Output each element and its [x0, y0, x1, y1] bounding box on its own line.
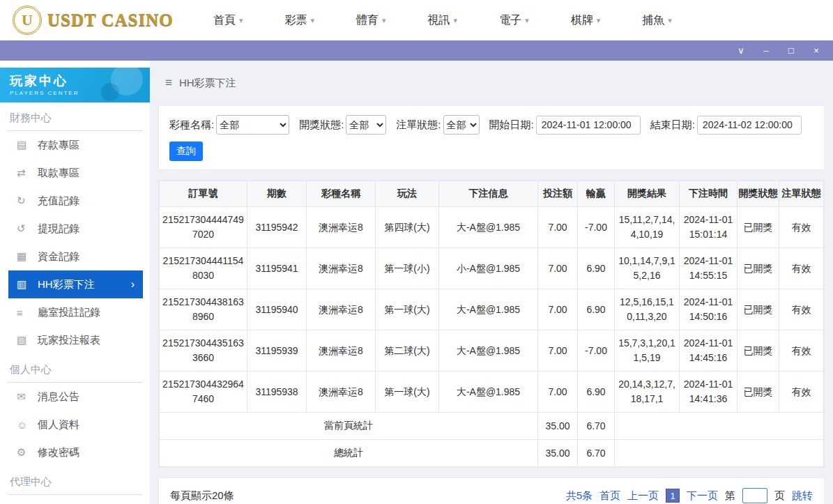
cell-play: 第一球(大) — [376, 372, 439, 413]
column-header-bet_info: 下注信息 — [439, 181, 538, 207]
recharge-record-icon: ↻ — [17, 194, 38, 207]
cell-time: 2024-11-01 14:55:15 — [680, 248, 738, 289]
nav-item-home[interactable]: 首頁▾ — [213, 13, 243, 28]
order-status-select[interactable]: 全部 — [443, 115, 480, 135]
grand-total-amount: 35.00 — [538, 440, 578, 467]
sidebar-item-label: 取款專區 — [38, 167, 79, 180]
draw-status-select[interactable]: 全部 — [346, 115, 386, 135]
current-page[interactable]: 1 — [666, 489, 680, 503]
nav-item-video[interactable]: 視訊▾ — [428, 13, 458, 28]
chevron-down-icon: ▾ — [525, 16, 529, 25]
prev-page-link[interactable]: 上一页 — [627, 489, 659, 503]
sidebar-item-label: 資金記錄 — [38, 250, 79, 264]
sidebar-section-personal-center: 個人中心 — [7, 354, 143, 383]
chevron-down-icon: ▾ — [311, 16, 315, 25]
sidebar-item-profile[interactable]: ☺個人資料 — [0, 411, 150, 438]
jump-link[interactable]: 跳转 — [792, 489, 813, 503]
page-total-label: 當前頁統計 — [160, 413, 538, 440]
cell-order_no: 2152173044447497020 — [160, 207, 247, 248]
cell-play: 第二球(大) — [376, 330, 439, 372]
bet-table-body: 215217304444749702031195942澳洲幸运8第四球(大)大-… — [160, 207, 824, 413]
column-header-order_status: 注單狀態 — [779, 181, 824, 207]
cell-order_no: 2152173044329647460 — [160, 372, 247, 413]
table-row: 215217304441154803031195941澳洲幸运8第一球(小)小-… — [160, 248, 824, 289]
cell-bet_info: 大-A盤@1.985 — [439, 330, 538, 372]
menu-toggle-icon[interactable]: ≡ — [165, 76, 172, 90]
nav-item-board-games[interactable]: 棋牌▾ — [571, 13, 601, 28]
cell-play: 第一球(大) — [376, 289, 439, 330]
start-date-input[interactable] — [536, 116, 641, 135]
nav-item-label: 首頁 — [213, 13, 236, 28]
window-title-bar: ∨ – □ × — [0, 40, 833, 61]
nav-item-lottery[interactable]: 彩票▾ — [285, 13, 315, 28]
search-button[interactable]: 查詢 — [169, 142, 203, 161]
order-status-label: 注單狀態: — [396, 119, 441, 132]
cell-order_status: 有效 — [779, 248, 824, 289]
cell-time: 2024-11-01 14:45:16 — [680, 330, 738, 372]
withdraw-icon: ⇄ — [17, 167, 38, 179]
cell-lottery: 澳洲幸运8 — [307, 372, 376, 413]
page-jump-input[interactable] — [742, 488, 767, 503]
cell-amount: 7.00 — [538, 330, 578, 372]
sidebar-item-room-bet-record[interactable]: ≡廳室投註記錄 — [0, 298, 150, 326]
first-page-link[interactable]: 首页 — [599, 489, 620, 503]
chevron-down-icon: ▾ — [597, 16, 601, 25]
per-page-label: 每頁顯示20條 — [170, 489, 234, 503]
cell-draw_status: 已開獎 — [738, 289, 779, 330]
nav-item-fishing[interactable]: 捕魚▾ — [642, 13, 672, 28]
cell-draw_status: 已開獎 — [738, 207, 779, 248]
pager: 共5条 首页 上一页 1 下一页 第 页 跳转 — [566, 488, 813, 503]
maximize-icon[interactable]: □ — [786, 46, 797, 55]
bet-table: 訂單號期數彩種名稱玩法下注信息投注額輸贏開獎結果下注時間開獎狀態注單狀態 215… — [159, 181, 824, 467]
sidebar-item-withdraw-zone[interactable]: ⇄取款專區 — [0, 159, 150, 187]
chevron-down-icon: ▾ — [668, 16, 672, 25]
table-row: 215217304438163896031195940澳洲幸运8第一球(大)大-… — [160, 289, 824, 330]
cell-period: 31195938 — [247, 372, 307, 413]
page-suffix-label: 页 — [774, 489, 785, 503]
logo-letter: U — [22, 11, 33, 29]
column-header-lottery: 彩種名稱 — [307, 181, 376, 207]
sidebar-item-deposit-zone[interactable]: ▤存款專區 — [0, 131, 150, 159]
next-page-link[interactable]: 下一页 — [687, 489, 718, 503]
page-total-amount: 35.00 — [538, 413, 578, 440]
lottery-name-select[interactable]: 全部 — [216, 115, 289, 135]
cell-lottery: 澳洲幸运8 — [307, 289, 376, 330]
table-row: 215217304435163366031195939澳洲幸运8第二球(大)大-… — [160, 330, 824, 372]
collapse-icon[interactable]: ∨ — [735, 46, 747, 55]
sidebar-item-funds-record[interactable]: ▦資金記錄 — [0, 243, 150, 270]
page-total-empty — [615, 413, 824, 440]
cell-lottery: 澳洲幸运8 — [307, 207, 376, 248]
cell-order_status: 有效 — [779, 289, 824, 330]
cell-play: 第一球(小) — [376, 248, 439, 289]
cell-play: 第四球(大) — [376, 207, 439, 248]
sidebar-item-change-password[interactable]: ⚙修改密碼 — [0, 438, 150, 466]
sidebar-item-label: 廳室投註記錄 — [38, 306, 100, 319]
sidebar-item-withdrawal-record[interactable]: ↺提現記錄 — [0, 215, 150, 243]
end-date-input[interactable] — [697, 116, 802, 135]
sidebar-item-player-bet-report[interactable]: ▧玩家投注報表 — [0, 326, 150, 354]
cell-win: -7.00 — [578, 207, 615, 248]
column-header-draw_status: 開獎狀態 — [738, 181, 779, 207]
sidebar-item-label: 存款專區 — [38, 139, 79, 152]
column-header-order_no: 訂單號 — [160, 181, 247, 207]
sidebar-item-recharge-record[interactable]: ↻充值記錄 — [0, 187, 150, 215]
column-header-result: 開獎結果 — [615, 181, 680, 207]
nav-item-electronic[interactable]: 電子▾ — [499, 13, 529, 28]
cell-win: -7.00 — [578, 330, 615, 372]
sidebar-item-announcements[interactable]: ✉消息公告 — [0, 383, 150, 411]
grand-total-row: 總統計 35.00 6.70 — [160, 440, 824, 467]
cell-order_no: 2152173044351633660 — [160, 330, 247, 372]
filter-panel: 彩種名稱: 全部 開獎狀態: 全部 注單狀態: 全部 開始日期: 結束日期: — [158, 105, 825, 170]
close-icon[interactable]: × — [811, 46, 822, 55]
minimize-icon[interactable]: – — [761, 46, 772, 55]
grand-total-label: 總統計 — [160, 440, 538, 467]
bet-table-card: 訂單號期數彩種名稱玩法下注信息投注額輸贏開獎結果下注時間開獎狀態注單狀態 215… — [158, 180, 825, 468]
nav-item-sports[interactable]: 體育▾ — [356, 13, 386, 28]
sidebar-item-hh-lottery-bet[interactable]: ▥HH彩票下注› — [8, 270, 143, 298]
withdrawal-record-icon: ↺ — [17, 222, 38, 235]
sidebar-section-finance-center: 財務中心 — [7, 102, 143, 131]
cell-time: 2024-11-01 14:50:16 — [680, 289, 738, 330]
nav-item-label: 棋牌 — [571, 13, 593, 28]
nav-item-label: 視訊 — [428, 13, 450, 28]
cell-lottery: 澳洲幸运8 — [307, 248, 376, 289]
